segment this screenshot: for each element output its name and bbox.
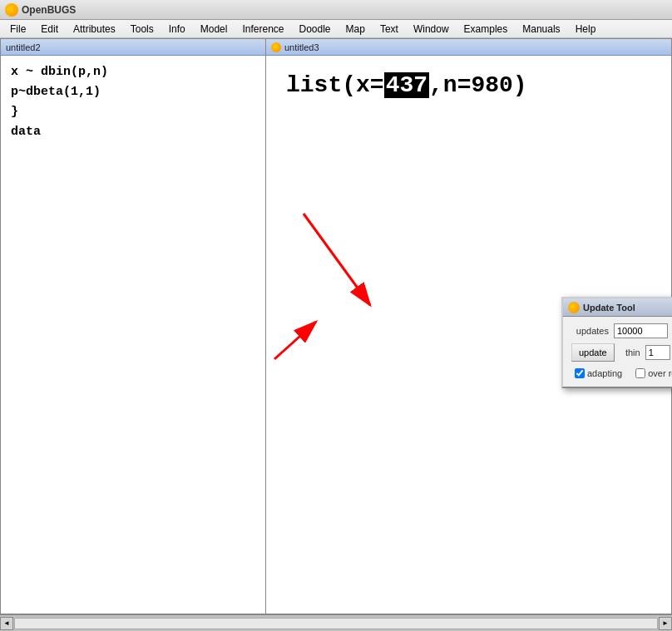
left-panel-title: untitled2: [6, 42, 41, 52]
scrollbar-area: ◄ ►: [0, 614, 672, 631]
title-bar: OpenBUGS: [0, 0, 672, 20]
left-panel-title-bar: untitled2: [1, 39, 265, 56]
menu-doodle[interactable]: Doodle: [293, 22, 338, 37]
menu-info[interactable]: Info: [162, 22, 192, 37]
menu-edit[interactable]: Edit: [34, 22, 65, 37]
checkbox-row: adapting over relax: [571, 367, 672, 380]
updates-label: updates: [571, 326, 609, 336]
dialog-title-text: Update Tool: [583, 303, 635, 313]
menu-help[interactable]: Help: [569, 22, 603, 37]
main-area: untitled2 x ~ dbin(p,n) p~dbeta(1,1) } d…: [0, 38, 672, 614]
menu-manuals[interactable]: Manuals: [516, 22, 566, 37]
red-arrow-2: [266, 301, 333, 370]
menu-tools[interactable]: Tools: [124, 22, 161, 37]
right-panel: untitled3 list(x=437,n=980) Update Tool …: [266, 38, 672, 614]
dialog-box: Update Tool × updates refresh update: [561, 297, 672, 388]
app-title: OpenBUGS: [22, 4, 76, 16]
highlight-value: 437: [384, 72, 429, 98]
dialog-body: updates refresh update thin iteration: [563, 317, 672, 387]
updates-row: updates refresh: [571, 323, 672, 338]
dialog-title-left: Update Tool: [568, 302, 635, 313]
menu-inference[interactable]: Inference: [235, 22, 290, 37]
svg-line-1: [304, 214, 370, 305]
left-panel-content: x ~ dbin(p,n) p~dbeta(1,1) } data: [1, 56, 265, 149]
menu-examples[interactable]: Examples: [457, 22, 515, 37]
right-panel-title-bar: untitled3: [266, 39, 671, 56]
code-line-2: p~dbeta(1,1): [11, 82, 255, 102]
update-tool-dialog: Update Tool × updates refresh update: [561, 297, 672, 388]
code-line-3: }: [11, 102, 255, 122]
adapting-checkbox[interactable]: [575, 368, 585, 378]
scroll-right-arrow[interactable]: ►: [659, 617, 672, 630]
menu-model[interactable]: Model: [194, 22, 235, 37]
right-panel-content: list(x=437,n=980): [266, 56, 671, 115]
over-relax-label: over relax: [648, 368, 672, 378]
code-line-1: x ~ dbin(p,n): [11, 62, 255, 82]
app-icon: [5, 3, 18, 17]
over-relax-checkbox-label[interactable]: over relax: [635, 368, 672, 378]
left-panel: untitled2 x ~ dbin(p,n) p~dbeta(1,1) } d…: [0, 38, 266, 614]
menu-file[interactable]: File: [3, 22, 32, 37]
dialog-title-bar: Update Tool ×: [563, 298, 672, 317]
update-button[interactable]: update: [571, 343, 615, 362]
thin-label: thin: [620, 348, 640, 357]
code-line-4: data: [11, 122, 255, 142]
dialog-icon: [568, 302, 580, 313]
red-arrow-1: [287, 205, 387, 324]
menu-window[interactable]: Window: [407, 22, 456, 37]
menu-map[interactable]: Map: [339, 22, 372, 37]
scroll-track[interactable]: [14, 618, 658, 629]
svg-line-3: [274, 322, 316, 359]
right-panel-title: untitled3: [284, 42, 319, 52]
adapting-checkbox-label[interactable]: adapting: [575, 368, 622, 378]
scroll-left-arrow[interactable]: ◄: [0, 617, 13, 630]
right-panel-icon: [271, 42, 281, 52]
over-relax-checkbox[interactable]: [635, 368, 645, 378]
menu-text[interactable]: Text: [373, 22, 405, 37]
thin-input[interactable]: [645, 345, 670, 360]
menu-attributes[interactable]: Attributes: [67, 22, 122, 37]
update-row: update thin iteration: [571, 343, 672, 362]
adapting-label: adapting: [587, 368, 622, 378]
menu-bar: File Edit Attributes Tools Info Model In…: [0, 20, 672, 38]
updates-input[interactable]: [614, 323, 668, 338]
